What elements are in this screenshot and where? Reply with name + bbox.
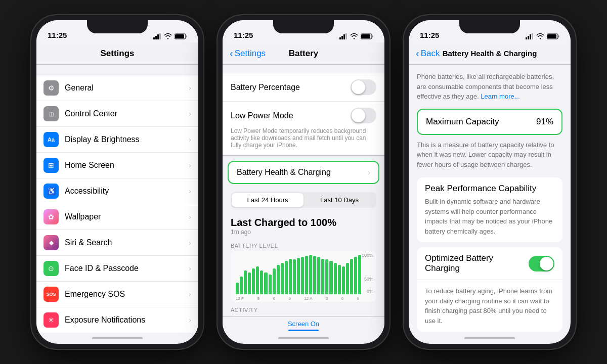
last-charged-section: Last Charged to 100% 1m ago (223, 213, 384, 238)
svg-rect-2 (157, 34, 159, 39)
low-power-toggle[interactable] (351, 108, 376, 123)
sos-label: Emergency SOS (65, 290, 186, 299)
phone-battery: 11:25 (218, 15, 389, 349)
capacity-desc: This is a measure of battery capacity re… (417, 140, 562, 170)
battery-content[interactable]: Battery Percentage Low Power Mode Low Po… (223, 65, 384, 316)
home-indicator (36, 333, 198, 344)
svg-rect-14 (526, 37, 527, 39)
nav-title-3: Battery Health & Charging (443, 49, 537, 58)
last-charged-title: Last Charged to 100% (231, 217, 376, 229)
chart-label: BATTERY LEVEL (231, 243, 376, 249)
settings-group-1: ⚙ General › ◫ Control Center › Aa Displa… (36, 75, 198, 333)
settings-row-display[interactable]: Aa Display & Brightness › (36, 127, 198, 153)
settings-row-home-screen[interactable]: ⊞ Home Screen › (36, 153, 198, 178)
settings-list[interactable]: ⚙ General › ◫ Control Center › Aa Displa… (36, 65, 198, 333)
settings-row-general[interactable]: ⚙ General › (36, 75, 198, 101)
max-capacity-row[interactable]: Maximum Capacity 91% (417, 109, 562, 135)
screen-on-line (288, 330, 319, 331)
last-charged-sub: 1m ago (231, 229, 376, 236)
optimized-desc: To reduce battery aging, iPhone learns f… (425, 286, 554, 326)
nav-bar: Settings (36, 42, 198, 65)
battery-pct-info: Battery Percentage (231, 83, 300, 92)
nav-back-battery[interactable]: ‹ Back (416, 49, 440, 59)
x-label-6p: 6 (341, 296, 343, 301)
health-charging-chevron: › (368, 168, 370, 176)
settings-row-accessibility[interactable]: ♿ Accessibility › (36, 178, 198, 204)
status-time: 11:25 (48, 31, 67, 39)
settings-row-control-center[interactable]: ◫ Control Center › (36, 101, 198, 127)
home-indicator-3 (409, 333, 571, 344)
optimized-row[interactable]: Optimized Battery Charging (417, 247, 562, 280)
svg-rect-12 (372, 35, 373, 37)
general-icon: ⚙ (44, 80, 59, 96)
low-power-label: Low Power Mode (231, 111, 293, 120)
battery-pct-row[interactable]: Battery Percentage (223, 73, 384, 102)
battery-pct-label: Battery Percentage (231, 83, 300, 92)
nav-bar-2: ‹ Settings Battery (223, 42, 384, 65)
status-time-3: 11:25 (420, 31, 439, 39)
optimized-desc-row: To reduce battery aging, iPhone learns f… (417, 280, 562, 332)
health-charging-row[interactable]: Battery Health & Charging › (228, 161, 379, 184)
wifi-icon-2 (350, 33, 358, 39)
svg-rect-9 (343, 34, 345, 39)
low-power-sub: Low Power Mode temporarily reduces backg… (231, 127, 376, 149)
svg-rect-0 (153, 37, 155, 39)
low-power-row[interactable]: Low Power Mode Low Power Mode temporaril… (223, 102, 384, 155)
segment-24h[interactable]: Last 24 Hours (232, 193, 304, 207)
health-row-wrapper: Battery Health & Charging › (228, 161, 379, 184)
chart-0pct: 0% (367, 289, 373, 294)
svg-rect-6 (175, 34, 184, 38)
settings-row-sos[interactable]: SOS Emergency SOS › (36, 282, 198, 307)
notch-2 (273, 20, 334, 33)
health-charging-label: Battery Health & Charging (237, 168, 368, 177)
nav-title: Settings (100, 49, 134, 59)
svg-rect-16 (530, 34, 531, 39)
health-content[interactable]: Phone batteries, like all rechargeable b… (409, 65, 571, 333)
battery-pct-toggle[interactable] (351, 79, 376, 95)
svg-rect-20 (547, 34, 556, 38)
exposure-icon: ✳ (44, 312, 59, 328)
learn-more-link-1[interactable]: Learn more... (481, 93, 519, 100)
segment-control[interactable]: Last 24 Hours Last 10 Days (231, 192, 376, 208)
notch (87, 20, 148, 33)
settings-row-siri[interactable]: ◆ Siri & Search › (36, 230, 198, 256)
x-label-12p2: 12 A (304, 296, 312, 301)
max-capacity-label: Maximum Capacity (426, 117, 499, 127)
peak-performance-section: Peak Performance Capability Built-in dyn… (417, 177, 562, 242)
nav-title-2: Battery (289, 49, 319, 59)
svg-rect-5 (186, 35, 187, 37)
battery-chart-section: BATTERY LEVEL 100% 50% 0% 12 P 3 6 9 12 … (223, 243, 384, 316)
general-label: General (65, 83, 186, 93)
settings-row-exposure[interactable]: ✳ Exposure Notifications › (36, 307, 198, 333)
control-center-label: Control Center (65, 109, 186, 118)
optimized-toggle[interactable] (529, 256, 554, 271)
sos-icon: SOS (44, 287, 59, 302)
status-icons-2 (339, 33, 373, 39)
segment-10d[interactable]: Last 10 Days (304, 193, 375, 207)
notch-3 (459, 20, 520, 33)
settings-row-wallpaper[interactable]: ✿ Wallpaper › (36, 204, 198, 230)
optimized-label: Optimized Battery Charging (425, 253, 529, 274)
battery-icon-2 (361, 33, 373, 39)
max-capacity-value: 91% (536, 117, 553, 127)
nav-back-settings[interactable]: ‹ Settings (230, 49, 266, 59)
screen-on-label: Screen On (288, 320, 319, 328)
chart-100pct: 100% (362, 253, 373, 258)
svg-rect-19 (558, 35, 559, 37)
siri-icon: ◆ (44, 235, 59, 250)
chart-50pct: 50% (364, 277, 373, 282)
phone-health: 11:25 (404, 15, 576, 349)
peak-perf-title: Peak Performance Capability (425, 184, 554, 194)
svg-rect-10 (345, 33, 347, 39)
svg-rect-17 (532, 33, 533, 39)
faceid-icon: ⊙ (44, 261, 59, 276)
home-indicator-2 (223, 333, 384, 344)
faceid-label: Face ID & Passcode (65, 264, 186, 273)
chart-x-axis: 12 P 3 6 9 12 A 3 6 9 (234, 295, 373, 302)
back-arrow-2: ‹ (230, 48, 233, 58)
accessibility-icon: ♿ (44, 184, 59, 199)
svg-rect-15 (528, 36, 529, 39)
x-label-6a: 6 (273, 296, 275, 301)
settings-row-faceid[interactable]: ⊙ Face ID & Passcode › (36, 256, 198, 282)
wifi-icon (164, 33, 172, 39)
